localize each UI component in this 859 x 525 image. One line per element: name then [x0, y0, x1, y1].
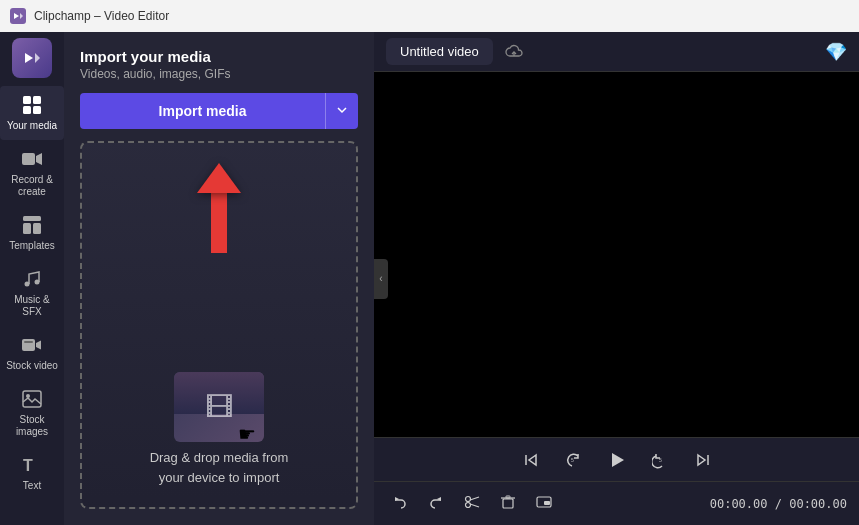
play-icon	[606, 449, 628, 471]
redo-icon	[428, 494, 444, 510]
forward-icon: 5	[652, 451, 670, 469]
svg-rect-8	[33, 223, 41, 234]
arrow-shaft	[211, 193, 227, 253]
import-button-row: Import media	[80, 93, 358, 129]
forward-button[interactable]: 5	[648, 447, 674, 473]
upload-arrow	[197, 163, 241, 253]
media-panel: Import your media Videos, audio, images,…	[64, 32, 374, 525]
svg-text:T: T	[23, 457, 33, 474]
app-title: Clipchamp – Video Editor	[34, 9, 169, 23]
text-label: Text	[23, 480, 41, 492]
music-icon	[21, 268, 43, 290]
media-thumbnail: 🎞 ☛	[174, 372, 264, 442]
skip-back-button[interactable]	[518, 447, 544, 473]
cursor-icon: ☛	[238, 422, 256, 442]
svg-point-20	[466, 502, 471, 507]
app-logo	[12, 38, 52, 78]
tab-icon-group	[505, 43, 523, 61]
sidebar-item-stock-images[interactable]: Stock images	[0, 380, 64, 446]
svg-rect-27	[544, 501, 550, 505]
templates-label: Templates	[9, 240, 55, 252]
redo-button[interactable]	[422, 490, 450, 518]
cloud-icon	[505, 43, 523, 61]
skip-forward-button[interactable]	[690, 447, 716, 473]
collapse-panel-button[interactable]: ‹	[374, 259, 388, 299]
chevron-down-icon	[336, 104, 348, 116]
your-media-label: Your media	[7, 120, 57, 132]
svg-text:5: 5	[571, 457, 574, 463]
skip-back-icon	[522, 451, 540, 469]
stock-video-label: Stock video	[6, 360, 58, 372]
svg-rect-6	[23, 216, 41, 221]
svg-rect-12	[24, 341, 33, 343]
right-area: Untitled video 💎	[374, 32, 859, 525]
svg-rect-2	[33, 96, 41, 104]
main-layout: Your media Record &create Templates	[0, 32, 859, 525]
svg-text:5: 5	[659, 457, 662, 463]
panel-title: Import your media	[80, 48, 358, 65]
stock-video-icon	[21, 334, 43, 356]
record-create-label: Record &create	[11, 174, 53, 198]
pip-button[interactable]	[530, 490, 558, 518]
bottom-toolbar: 00:00.00 / 00:00.00	[374, 481, 859, 525]
pip-icon	[536, 494, 552, 510]
drop-text-line1: Drag & drop media from	[150, 450, 289, 465]
undo-icon	[392, 494, 408, 510]
rewind-button[interactable]: 5	[560, 447, 586, 473]
svg-rect-25	[506, 496, 510, 498]
svg-point-10	[35, 280, 40, 285]
rewind-icon: 5	[564, 451, 582, 469]
drop-text-line2: your device to import	[159, 470, 280, 485]
diamond-icon: 💎	[825, 42, 847, 62]
premium-badge: 💎	[825, 41, 847, 63]
arrow-head	[197, 163, 241, 193]
logo-icon	[20, 46, 44, 70]
svg-line-21	[470, 497, 479, 500]
scissors-icon	[464, 494, 480, 510]
stock-images-label: Stock images	[4, 414, 60, 438]
playback-controls: 5 5	[374, 437, 859, 481]
sidebar-item-your-media[interactable]: Your media	[0, 86, 64, 140]
sidebar: Your media Record &create Templates	[0, 32, 64, 525]
svg-rect-4	[33, 106, 41, 114]
svg-rect-7	[23, 223, 31, 234]
svg-line-22	[470, 504, 479, 507]
app-icon	[10, 8, 26, 24]
delete-button[interactable]	[494, 490, 522, 518]
import-dropdown-button[interactable]	[325, 93, 358, 129]
video-title-tab[interactable]: Untitled video	[386, 38, 493, 65]
drop-text: Drag & drop media from your device to im…	[150, 448, 289, 487]
stock-images-icon	[21, 388, 43, 410]
trash-icon	[500, 494, 516, 510]
panel-subtitle: Videos, audio, images, GIFs	[80, 67, 358, 81]
video-preview	[374, 72, 859, 437]
svg-rect-5	[22, 153, 35, 165]
sidebar-item-templates[interactable]: Templates	[0, 206, 64, 260]
sidebar-item-music-sfx[interactable]: Music & SFX	[0, 260, 64, 326]
grid-icon	[21, 94, 43, 116]
play-pause-button[interactable]	[602, 445, 632, 475]
sidebar-item-record-create[interactable]: Record &create	[0, 140, 64, 206]
svg-rect-1	[23, 96, 31, 104]
time-display: 00:00.00 / 00:00.00	[710, 497, 847, 511]
video-tab-bar: Untitled video 💎	[374, 32, 859, 72]
import-media-button[interactable]: Import media	[80, 93, 325, 129]
svg-point-9	[25, 282, 30, 287]
drop-zone[interactable]: 🎞 ☛ Drag & drop media from your device t…	[80, 141, 358, 509]
text-icon: T	[21, 454, 43, 476]
sidebar-item-stock-video[interactable]: Stock video	[0, 326, 64, 380]
music-sfx-label: Music & SFX	[4, 294, 60, 318]
templates-icon	[21, 214, 43, 236]
svg-point-19	[466, 496, 471, 501]
svg-rect-3	[23, 106, 31, 114]
svg-rect-11	[22, 339, 35, 351]
split-button[interactable]	[458, 490, 486, 518]
svg-rect-23	[503, 499, 513, 508]
film-icon: 🎞	[205, 391, 233, 424]
title-bar: Clipchamp – Video Editor	[0, 0, 859, 32]
undo-button[interactable]	[386, 490, 414, 518]
skip-forward-icon	[694, 451, 712, 469]
sidebar-item-text[interactable]: T Text	[0, 446, 64, 500]
video-icon	[21, 148, 43, 170]
